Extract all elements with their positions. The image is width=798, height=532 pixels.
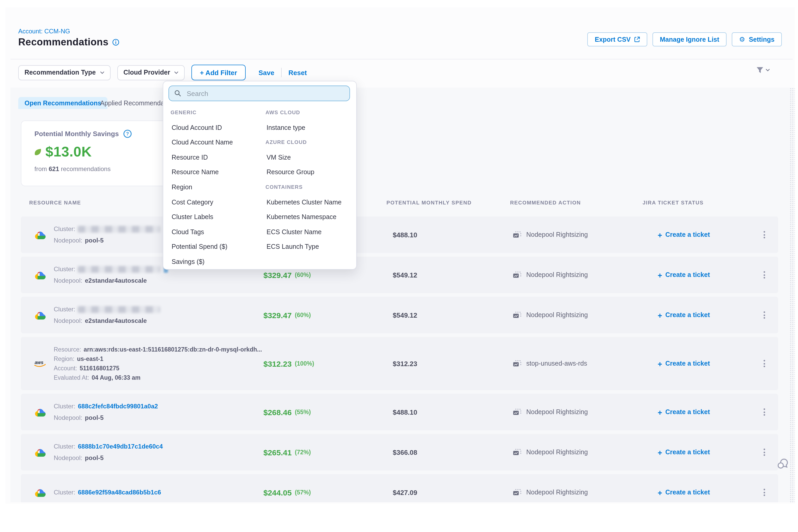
- export-csv-button[interactable]: Export CSV: [588, 32, 648, 46]
- settings-button[interactable]: ⚙ Settings: [732, 32, 782, 46]
- filter-option-cloud-account-id[interactable]: Cloud Account ID: [171, 120, 233, 135]
- help-icon[interactable]: [123, 129, 132, 138]
- filter-option-savings[interactable]: Savings ($): [171, 254, 233, 269]
- row-menu-button[interactable]: [761, 358, 767, 369]
- dropdown-cloud-column: AWS CLOUD Instance type AZURE CLOUD VM S…: [265, 106, 342, 254]
- resource-arn: arn:aws:rds:us-east-1:511616801275:db:zn…: [84, 346, 262, 353]
- redacted-cluster-name: [78, 306, 160, 313]
- recommended-action: Nodepool Rightsizing: [513, 394, 588, 430]
- row-menu-button[interactable]: [761, 446, 767, 458]
- filter-panel-toggle[interactable]: [756, 67, 770, 74]
- filter-option-cost-category[interactable]: Cost Category: [171, 195, 233, 210]
- potential-monthly-spend: $427.09: [393, 474, 417, 502]
- recommended-action: Nodepool Rightsizing: [513, 256, 588, 293]
- create-ticket-button[interactable]: +Create a ticket: [645, 434, 723, 471]
- row-menu-button[interactable]: [761, 309, 767, 321]
- recommended-action: Nodepool Rightsizing: [513, 297, 588, 333]
- potential-monthly-spend: $549.12: [393, 256, 417, 293]
- savings-value: $13.0K: [45, 144, 92, 160]
- col-header-jira-ticket-status: JIRA TICKET STATUS: [643, 200, 704, 206]
- external-link-icon: [634, 37, 640, 42]
- monthly-savings: $268.46(55%): [263, 394, 311, 430]
- aws-icon: [33, 358, 47, 369]
- potential-monthly-spend: $549.12: [393, 297, 417, 333]
- cluster-link[interactable]: 688c2fefc84fbdc99801a0a2: [78, 403, 158, 410]
- rightsizing-icon: [513, 360, 521, 367]
- cluster-link[interactable]: 6888b1c70e49db17c1de60c4: [78, 443, 163, 450]
- resource-info: Cluster: Nodepool:e2standar4autoscale: [54, 306, 160, 324]
- cluster-label: Cluster:: [54, 489, 75, 496]
- resource-info: Cluster: Nodepool:pool-5: [54, 225, 160, 244]
- filter-option-resource-group[interactable]: Resource Group: [265, 165, 342, 180]
- row-menu-button[interactable]: [761, 269, 767, 281]
- filter-option-cloud-tags[interactable]: Cloud Tags: [171, 225, 233, 240]
- filter-option-kubernetes-cluster-name[interactable]: Kubernetes Cluster Name: [265, 195, 342, 210]
- chat-bubbles-icon: [776, 457, 790, 471]
- nodepool-label: Nodepool:: [54, 237, 82, 244]
- row-menu-button[interactable]: [761, 406, 767, 418]
- row-menu-button[interactable]: [761, 487, 767, 498]
- filter-option-cloud-account-name[interactable]: Cloud Account Name: [171, 135, 233, 150]
- app-window: RESOURCE NAME POTENTIAL MONTHLY SPEND RE…: [0, 0, 798, 532]
- gcp-icon: [33, 269, 47, 281]
- nodepool-label: Nodepool:: [54, 414, 82, 421]
- filter-option-ecs-launch-type[interactable]: ECS Launch Type: [265, 240, 342, 254]
- region-value: us-east-1: [77, 356, 103, 362]
- save-filter-button[interactable]: Save: [259, 69, 274, 76]
- monthly-savings: $244.05(57%): [263, 474, 311, 502]
- redacted-cluster-name: [78, 226, 160, 232]
- create-ticket-button[interactable]: +Create a ticket: [645, 337, 723, 390]
- leaf-icon: [33, 148, 42, 156]
- cluster-link[interactable]: 6886e92f59a48cad86b5b1c6: [78, 489, 161, 496]
- info-icon[interactable]: [112, 39, 119, 46]
- create-ticket-button[interactable]: +Create a ticket: [645, 216, 723, 253]
- filter-option-region[interactable]: Region: [171, 180, 233, 195]
- scroll-edge-pattern: [790, 88, 795, 502]
- plus-icon: +: [658, 360, 662, 367]
- evaluated-at-value: 04 Aug, 06:33 am: [92, 375, 140, 381]
- search-input[interactable]: [186, 89, 344, 98]
- nodepool-value: pool-5: [85, 454, 103, 461]
- row-menu-button[interactable]: [761, 229, 767, 241]
- table-row: Resource:arn:aws:rds:us-east-1:511616801…: [21, 337, 778, 390]
- create-ticket-button[interactable]: +Create a ticket: [645, 256, 723, 293]
- cluster-label: Cluster:: [54, 225, 75, 233]
- recommended-action: stop-unused-aws-rds: [513, 337, 587, 390]
- account-label: Account:: [54, 365, 77, 372]
- manage-ignore-list-button[interactable]: Manage Ignore List: [652, 32, 726, 46]
- filter-option-ecs-cluster-name[interactable]: ECS Cluster Name: [265, 225, 342, 240]
- plus-icon: +: [658, 489, 662, 496]
- dropdown-search[interactable]: [169, 86, 350, 101]
- cluster-label: Cluster:: [54, 443, 75, 450]
- resource-info: Cluster:688c2fefc84fbdc99801a0a2 Nodepoo…: [54, 403, 158, 421]
- filter-option-kubernetes-namespace[interactable]: Kubernetes Namespace: [265, 210, 342, 225]
- table-row: Cluster: Nodepool:pool-5 $488.10 Nodepoo…: [21, 216, 778, 253]
- filter-option-vm-size[interactable]: VM Size: [265, 150, 342, 165]
- breadcrumb-account[interactable]: Account: CCM-NG: [18, 27, 70, 35]
- create-ticket-button[interactable]: +Create a ticket: [645, 394, 723, 430]
- filter-option-resource-name[interactable]: Resource Name: [171, 165, 233, 180]
- monthly-savings: $329.47(60%): [263, 297, 311, 333]
- cluster-label: Cluster:: [54, 403, 75, 410]
- filter-bar: Recommendation Type Cloud Provider + Add…: [18, 65, 307, 80]
- filter-option-cluster-labels[interactable]: Cluster Labels: [171, 210, 233, 225]
- cloud-provider-filter[interactable]: Cloud Provider: [117, 65, 185, 80]
- nodepool-value: e2standar4autoscale: [85, 317, 147, 324]
- nodepool-label: Nodepool:: [54, 454, 82, 461]
- filter-option-instance-type[interactable]: Instance type: [265, 120, 342, 135]
- nodepool-value: e2standar4autoscale: [85, 277, 147, 284]
- tab-open-recommendations[interactable]: Open Recommendations: [18, 97, 108, 109]
- recommendation-type-filter[interactable]: Recommendation Type: [18, 65, 110, 80]
- create-ticket-button[interactable]: +Create a ticket: [645, 297, 723, 333]
- resource-info: Resource:arn:aws:rds:us-east-1:511616801…: [54, 346, 262, 381]
- filter-option-potential-spend[interactable]: Potential Spend ($): [171, 240, 233, 254]
- create-ticket-button[interactable]: +Create a ticket: [645, 474, 723, 502]
- resource-label: Resource:: [54, 346, 81, 353]
- support-chat-button[interactable]: [776, 457, 790, 471]
- potential-monthly-spend: $488.10: [393, 394, 417, 430]
- cluster-label: Cluster:: [54, 265, 75, 273]
- add-filter-button[interactable]: + Add Filter: [191, 65, 245, 80]
- reset-filter-button[interactable]: Reset: [288, 69, 307, 76]
- monthly-savings: $312.23(100%): [263, 337, 314, 390]
- filter-option-resource-id[interactable]: Resource ID: [171, 150, 233, 165]
